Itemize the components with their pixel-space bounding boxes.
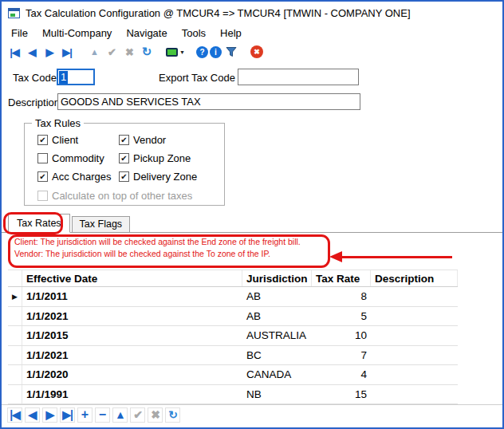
help-button[interactable]: ? (196, 46, 208, 58)
tab-tax-rates[interactable]: Tax Rates (8, 214, 70, 233)
tax-code-value: 1 (59, 71, 68, 84)
form-area: Tax Code 1 Export Tax Code Description (2, 62, 502, 115)
nav-prev-icon: ◀ (29, 46, 36, 58)
tax-rules-grid: Client Vendor Commodity Pickup Zone Acc … (25, 124, 224, 183)
minus-icon: − (99, 407, 106, 422)
close-button[interactable]: ✖ (250, 45, 263, 58)
row-selector-cell (8, 346, 22, 365)
check-icon: ✔ (108, 46, 116, 58)
main-toolbar: |◀ ◀ ▶ ▶| ▲ ✔ ✖ ↻ ▼ ? i ✖ (2, 41, 502, 62)
x-icon: ✖ (125, 46, 133, 58)
row-selector-cell (8, 307, 22, 326)
cell-description (371, 385, 458, 404)
cell-description (371, 365, 458, 384)
cell-tax-rate: 10 (312, 326, 371, 345)
tab-strip: Tax Rates Tax Flags (2, 215, 502, 233)
acc-charges-label: Acc Charges (52, 171, 111, 183)
nav-first-button[interactable]: |◀ (6, 44, 22, 60)
grid-nav-prev-icon: ◀ (29, 408, 37, 421)
table-row[interactable]: 1/1/2021 BC 7 (8, 346, 458, 366)
table-row[interactable]: 1/1/2021 AB 5 (8, 307, 458, 327)
header-description[interactable]: Description (371, 270, 458, 286)
cell-jurisdiction: AUSTRALIA (242, 326, 312, 345)
annotation-note-area: Client: The jurisdiction will be checked… (2, 233, 502, 270)
commodity-checkbox[interactable] (37, 153, 48, 163)
dropdown-arrow-icon: ▼ (179, 49, 185, 55)
menu-tools[interactable]: Tools (175, 26, 213, 41)
rule-acc-charges: Acc Charges (37, 171, 119, 183)
cell-effective-date: 1/1/2011 (22, 287, 242, 306)
grid-delete-button[interactable]: − (95, 407, 110, 423)
cell-description (371, 346, 458, 365)
table-row[interactable]: 1/1/2020 CANADA 4 (8, 365, 458, 385)
cell-description (371, 287, 458, 306)
grid-nav-first-button[interactable]: |◀ (7, 407, 22, 423)
window-title: Tax Calculation Configuration @ TMCUR4 =… (26, 7, 411, 19)
menu-multi-company[interactable]: Multi-Company (35, 26, 119, 41)
grid-check-icon: ✔ (133, 408, 142, 421)
grid-x-icon: ✖ (151, 408, 159, 421)
title-bar: Tax Calculation Configuration @ TMCUR4 =… (2, 2, 502, 24)
table-row[interactable]: ▶ 1/1/2011 AB 8 (8, 287, 458, 307)
header-selector-cell (8, 270, 22, 286)
grid-nav-next-icon: ▶ (46, 408, 54, 421)
rule-vendor: Vendor (119, 134, 224, 146)
menu-bar: File Multi-Company Navigate Tools Help (2, 24, 502, 41)
row-selector-cell (8, 326, 22, 345)
description-label: Description (8, 96, 60, 108)
table-row[interactable]: 1/1/2015 AUSTRALIA 10 (8, 326, 458, 346)
nav-next-button[interactable]: ▶ (41, 44, 57, 60)
cell-tax-rate: 8 (312, 287, 371, 306)
grid-accept-button[interactable]: ✔ (130, 407, 145, 423)
screen-select-button[interactable]: ▼ (166, 44, 185, 60)
grid-cancel-button[interactable]: ✖ (148, 407, 163, 423)
menu-file[interactable]: File (4, 26, 35, 41)
cancel-button[interactable]: ✖ (121, 44, 137, 60)
refresh-button[interactable]: ↻ (139, 44, 155, 60)
cell-jurisdiction: AB (242, 307, 312, 326)
annotation-line-client: Client: The jurisdiction will be checked… (14, 237, 301, 246)
cell-jurisdiction: BC (242, 346, 312, 365)
menu-help[interactable]: Help (213, 26, 249, 41)
description-input[interactable] (57, 93, 360, 110)
nav-last-button[interactable]: ▶| (59, 44, 75, 60)
pickup-zone-checkbox[interactable] (119, 153, 129, 163)
calculate-on-top-checkbox (37, 191, 48, 201)
grid-refresh-button[interactable]: ↻ (165, 407, 180, 423)
row-selector-cell (8, 385, 22, 404)
refresh-icon: ↻ (142, 45, 152, 59)
tax-rules-groupbox: Tax Rules Client Vendor Commodity Pickup… (24, 123, 225, 206)
rule-calculate-on-top: Calculate on top of other taxes (37, 190, 224, 202)
export-tax-code-input[interactable] (238, 69, 359, 85)
rule-pickup-zone: Pickup Zone (119, 152, 224, 164)
grid-add-button[interactable]: + (77, 407, 93, 423)
vendor-checkbox[interactable] (119, 135, 129, 145)
grid-nav-last-button[interactable]: ▶| (60, 407, 75, 423)
filter-button[interactable] (223, 44, 239, 60)
table-row[interactable]: 1/1/1991 NB 15 (8, 385, 458, 405)
header-effective-date[interactable]: Effective Date (22, 270, 242, 286)
tax-rates-table: Effective Date Jurisdiction Tax Rate Des… (8, 270, 458, 404)
tab-tax-flags[interactable]: Tax Flags (72, 216, 131, 233)
funnel-icon (226, 46, 237, 57)
tax-code-input[interactable]: 1 (57, 69, 95, 85)
row-selector-cell: ▶ (8, 287, 22, 306)
accept-button[interactable]: ✔ (104, 44, 120, 60)
acc-charges-checkbox[interactable] (37, 171, 48, 182)
menu-navigate[interactable]: Navigate (119, 26, 174, 41)
info-button[interactable]: i (210, 46, 222, 58)
header-jurisdiction[interactable]: Jurisdiction (242, 270, 312, 286)
collapse-up-button[interactable]: ▲ (86, 44, 102, 60)
grid-up-button[interactable]: ▲ (112, 407, 128, 423)
header-tax-rate[interactable]: Tax Rate (312, 270, 371, 286)
cell-tax-rate: 4 (312, 365, 371, 384)
grid-nav-next-button[interactable]: ▶ (42, 407, 57, 423)
info-icon: i (215, 48, 217, 57)
grid-nav-prev-button[interactable]: ◀ (25, 407, 40, 423)
cell-jurisdiction: AB (242, 287, 312, 306)
nav-prev-button[interactable]: ◀ (24, 44, 40, 60)
client-checkbox[interactable] (37, 135, 48, 145)
help-icon: ? (199, 48, 204, 57)
delivery-zone-checkbox[interactable] (119, 171, 129, 182)
close-icon: ✖ (254, 48, 260, 56)
